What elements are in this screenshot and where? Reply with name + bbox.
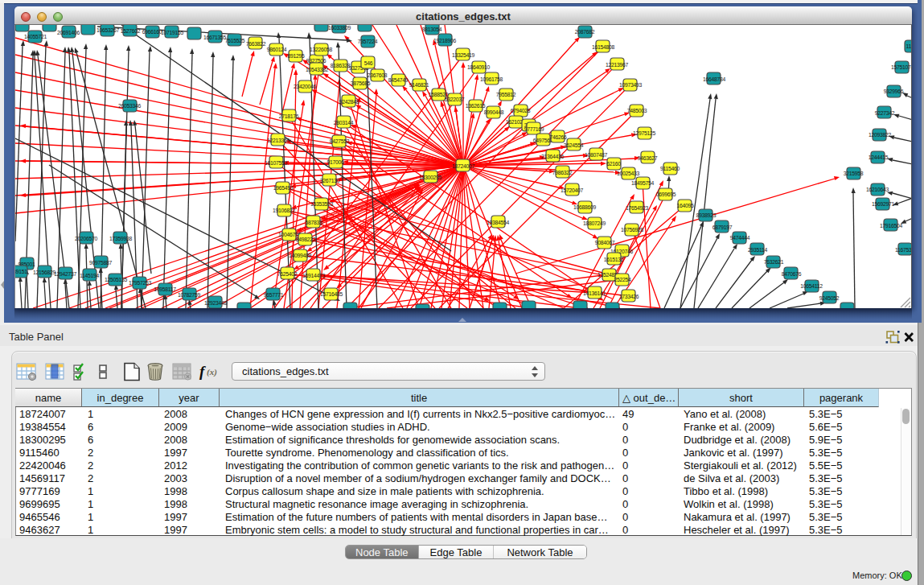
svg-text:2803144: 2803144 [334, 120, 354, 126]
svg-text:20206570: 20206570 [75, 236, 97, 241]
svg-text:10961758: 10961758 [480, 76, 503, 82]
svg-text:7485003: 7485003 [627, 108, 647, 113]
svg-text:546: 546 [364, 60, 373, 66]
svg-text:12156829: 12156829 [33, 270, 55, 275]
svg-text:3215958: 3215958 [844, 171, 864, 176]
svg-text:12093822: 12093822 [869, 132, 891, 138]
svg-text:18724007: 18724007 [452, 163, 474, 169]
svg-text:2367608: 2367608 [368, 72, 388, 78]
svg-text:10973493: 10973493 [619, 82, 642, 88]
svg-text:9474444: 9474444 [730, 235, 750, 241]
svg-text:7955812: 7955812 [496, 92, 516, 97]
svg-text:10958117: 10958117 [154, 286, 176, 292]
svg-text:16210643: 16210643 [866, 187, 889, 192]
svg-text:7625402: 7625402 [277, 271, 298, 277]
svg-text:10782759: 10782759 [178, 292, 200, 298]
svg-text:7663822: 7663822 [246, 41, 266, 47]
svg-text:9146821: 9146821 [409, 82, 429, 88]
svg-text:16671355: 16671355 [203, 35, 226, 40]
svg-text:16107553: 16107553 [265, 160, 287, 166]
svg-text:891295: 891295 [288, 53, 305, 59]
svg-text:1112: 1112 [906, 43, 912, 49]
svg-text:15720407: 15720407 [561, 187, 583, 193]
svg-text:18640910: 18640910 [467, 64, 490, 70]
svg-text:62160: 62160 [606, 161, 621, 167]
svg-text:17654923: 17654923 [626, 205, 648, 211]
svg-text:1145194: 1145194 [80, 273, 99, 278]
svg-text:18495754: 18495754 [631, 180, 654, 186]
svg-text:13226058: 13226058 [310, 47, 332, 52]
svg-text:14055721: 14055721 [24, 34, 47, 39]
svg-text:12975125: 12975125 [633, 130, 655, 136]
svg-text:8990448: 8990448 [484, 109, 504, 115]
svg-text:15716485: 15716485 [320, 291, 343, 297]
svg-text:2718176: 2718176 [279, 113, 299, 119]
svg-text:9463627: 9463627 [638, 155, 658, 161]
svg-text:8470676: 8470676 [782, 271, 802, 277]
svg-text:6794028: 6794028 [511, 108, 531, 113]
svg-text:15692971: 15692971 [872, 201, 894, 207]
svg-text:8427552: 8427552 [330, 138, 350, 144]
svg-text:26053346: 26053346 [118, 103, 141, 109]
svg-text:3267130: 3267130 [320, 178, 340, 183]
svg-text:1167533: 1167533 [895, 247, 912, 253]
svg-text:39151: 39151 [15, 269, 27, 274]
svg-text:12923448: 12923448 [204, 300, 227, 306]
svg-text:7357224: 7357224 [358, 39, 378, 44]
svg-text:15353593: 15353593 [310, 201, 333, 207]
svg-text:16033809: 16033809 [328, 25, 351, 31]
svg-text:17359938: 17359938 [109, 236, 132, 241]
svg-text:917006: 917006 [327, 159, 344, 165]
svg-text:16914473: 16914473 [302, 273, 325, 278]
svg-text:2087682: 2087682 [575, 29, 595, 35]
svg-text:90975887: 90975887 [89, 260, 112, 266]
svg-text:8454749: 8454749 [388, 77, 409, 83]
svg-text:252254: 252254 [614, 277, 631, 282]
svg-text:f: f [199, 363, 206, 380]
svg-text:1615132: 1615132 [604, 257, 624, 262]
svg-text:746266: 746266 [550, 134, 567, 140]
svg-text:9115460: 9115460 [660, 166, 680, 171]
svg-text:12213369: 12213369 [267, 138, 290, 143]
svg-text:6966160: 6966160 [142, 29, 162, 35]
svg-text:1965493: 1965493 [273, 185, 294, 191]
svg-text:3624554: 3624554 [564, 142, 584, 148]
svg-text:8186328: 8186328 [331, 63, 351, 68]
svg-text:9084067: 9084067 [595, 240, 615, 245]
svg-text:1527602: 1527602 [121, 28, 141, 34]
svg-text:1244415: 1244415 [869, 154, 889, 160]
svg-text:7632621: 7632621 [764, 259, 784, 265]
svg-text:3875685: 3875685 [351, 80, 371, 86]
svg-text:9245052: 9245052 [819, 295, 840, 301]
svg-text:7986322: 7986322 [552, 170, 573, 175]
svg-text:10543382: 10543382 [306, 67, 328, 72]
svg-text:17957253: 17957253 [129, 280, 151, 286]
svg-text:7515525: 7515525 [225, 38, 245, 43]
svg-text:23420046: 23420046 [294, 84, 316, 89]
svg-text:19384554: 19384554 [487, 220, 509, 225]
svg-text:14099489: 14099489 [289, 253, 311, 258]
svg-text:16648784: 16648784 [703, 76, 725, 82]
svg-text:8938923: 8938923 [696, 212, 717, 218]
svg-text:10688609: 10688609 [573, 204, 596, 210]
svg-text:9242848: 9242848 [339, 99, 359, 105]
svg-text:9227342: 9227342 [875, 110, 895, 116]
svg-text:16154808: 16154808 [592, 44, 614, 50]
svg-text:9777169: 9777169 [524, 126, 544, 132]
svg-text:0699695: 0699695 [656, 192, 676, 197]
svg-text:1362615: 1362615 [466, 103, 486, 109]
svg-text:10654112: 10654112 [800, 283, 823, 289]
svg-text:15751074: 15751074 [891, 64, 912, 70]
svg-text:19106822: 19106822 [273, 208, 295, 213]
svg-text:12942737: 12942737 [54, 271, 76, 277]
svg-text:21364436: 21364436 [541, 154, 564, 159]
svg-text:9329966: 9329966 [884, 89, 904, 94]
svg-text:(x): (x) [207, 367, 217, 377]
svg-text:10719155: 10719155 [161, 30, 183, 35]
svg-text:2935114: 2935114 [748, 247, 767, 253]
svg-text:8498222: 8498222 [296, 237, 316, 242]
svg-text:10807487: 10807487 [585, 152, 607, 158]
svg-text:9657771: 9657771 [264, 292, 284, 298]
svg-text:10756928: 10756928 [621, 227, 643, 233]
svg-text:10025433: 10025433 [617, 171, 639, 176]
